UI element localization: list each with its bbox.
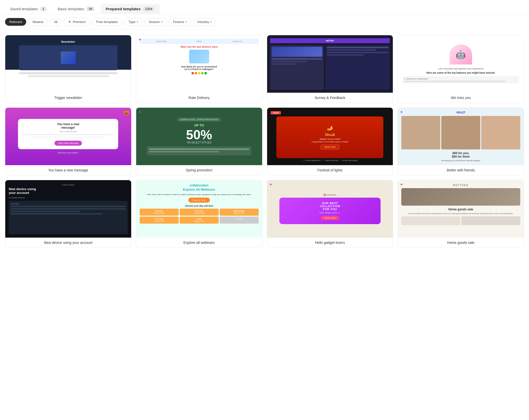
filter-premium[interactable]: ✦ Premium: [64, 17, 90, 26]
template-card[interactable]: collaboration Explore All Webinars Hello…: [136, 180, 262, 248]
template-label: You have a new message: [5, 165, 131, 175]
tab-prepared-label: Prepared templates: [106, 7, 140, 11]
filter-season-label: Season: [149, 20, 160, 24]
tab-saved-count: 1: [40, 6, 47, 11]
template-card[interactable]: ✦ COMING SOON... SPRING PROMOTION UP TO …: [136, 107, 262, 175]
tab-basic-count: 35: [86, 6, 95, 11]
filter-free-label: Free templates: [96, 20, 118, 24]
filter-newest[interactable]: Newest: [28, 18, 47, 26]
filter-free[interactable]: Free templates: [92, 18, 122, 26]
template-grid: Newsletter Trigger newsletter ✦ Food Ord…: [0, 30, 529, 253]
filter-type[interactable]: Type ▾: [124, 18, 142, 26]
tab-prepared-count: 1354: [143, 6, 155, 11]
premium-badge: ✦: [400, 182, 403, 187]
template-card[interactable]: 🎃 You have a newmessage! from Christina …: [5, 107, 131, 175]
template-card[interactable]: METRO Survey & Fee: [267, 35, 393, 103]
template-label: Trigger newsletter: [5, 93, 131, 103]
template-card[interactable]: TECH 🪔 Diwali Brighten up your Diwali Co…: [267, 107, 393, 175]
template-label: Rate Delivery: [136, 93, 262, 103]
chevron-down-icon: ▾: [210, 20, 212, 23]
template-card[interactable]: ✦ ⭕ circleman OUR BESTCOLLECTIONFOR YOU …: [267, 180, 393, 248]
filter-newest-label: Newest: [32, 20, 43, 24]
filter-type-label: Type: [128, 20, 135, 24]
chevron-down-icon: ▾: [161, 20, 162, 23]
template-label: Explore all webinars: [136, 238, 262, 248]
template-label: Survey & Feedback: [267, 93, 393, 103]
tab-bar: Saved templates 1 Basic templates 35 Pre…: [0, 0, 529, 14]
filter-feature-label: Feature: [173, 20, 184, 24]
template-card[interactable]: 🤖 Let's reconnect and optimize your expe…: [398, 35, 524, 103]
template-label: Better with friends: [398, 165, 524, 175]
tab-prepared[interactable]: Prepared templates 1354: [101, 4, 160, 14]
filter-all[interactable]: All: [50, 18, 62, 26]
template-label: Hello gadget lovers: [267, 238, 393, 248]
tab-saved[interactable]: Saved templates 1: [5, 4, 52, 14]
template-card[interactable]: ✦ VIOLET $50 for you,$50 for them Introd…: [398, 107, 524, 175]
template-card[interactable]: Newsletter Trigger newsletter: [5, 35, 131, 103]
template-label: Festival of lights: [267, 165, 393, 175]
chevron-down-icon: ▾: [186, 20, 187, 23]
template-label: We miss you: [398, 93, 524, 103]
template-card[interactable]: CINE MAMA New device usingyour account H…: [5, 180, 131, 248]
premium-badge: ✦: [138, 110, 141, 114]
filter-premium-label: Premium: [73, 20, 86, 24]
premium-badge: ✦: [400, 110, 403, 114]
premium-icon: ✦: [68, 19, 71, 24]
tab-saved-label: Saved templates: [10, 7, 38, 11]
chevron-down-icon: ▾: [137, 20, 138, 23]
template-label: New device using your account: [5, 238, 131, 248]
premium-badge: ✦: [138, 37, 141, 42]
filter-feature[interactable]: Feature ▾: [169, 18, 191, 26]
filter-relevant-label: Relevant: [9, 20, 22, 24]
premium-badge: ✦: [269, 182, 272, 187]
filter-industry-label: Industry: [197, 20, 209, 24]
template-label: Home goods sale: [398, 238, 524, 248]
filter-season[interactable]: Season ▾: [144, 18, 167, 26]
filter-industry[interactable]: Industry ▾: [193, 18, 216, 26]
template-label: Spring promotion: [136, 165, 262, 175]
filter-all-label: All: [54, 20, 57, 24]
filter-relevant[interactable]: Relevant: [5, 18, 26, 26]
filter-bar: Relevant Newest All ✦ Premium Free templ…: [0, 14, 529, 30]
tab-basic-label: Basic templates: [58, 7, 84, 11]
template-card[interactable]: ✦ BETTING Home goods sale We are excited…: [398, 180, 524, 248]
tab-basic[interactable]: Basic templates 35: [53, 4, 100, 14]
template-card[interactable]: ✦ Food Order Menu Contact Us Rate how th…: [136, 35, 262, 103]
